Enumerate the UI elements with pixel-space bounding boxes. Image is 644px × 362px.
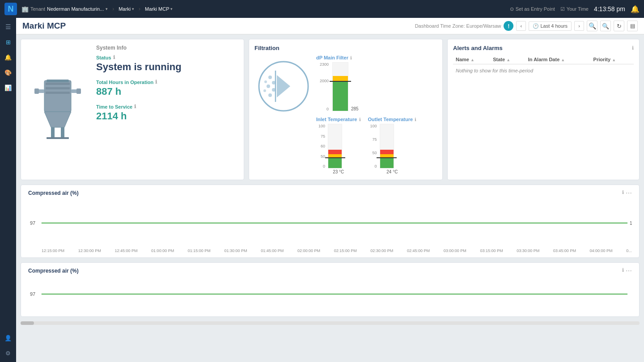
nav-right-section: ⊙ Set as Entry Point ☑ Your Time 4:13:58… bbox=[510, 5, 640, 13]
svg-rect-2 bbox=[46, 83, 70, 85]
sidebar-icon-alerts[interactable]: 🔔 bbox=[2, 51, 14, 63]
sidebar: ☰ ⊞ 🔔 🎨 📊 👤 ⚙ bbox=[0, 18, 16, 362]
info-circle-btn[interactable]: ! bbox=[504, 21, 513, 31]
outlet-bar-marker bbox=[377, 157, 397, 158]
service-label: Time to Service ℹ bbox=[96, 104, 238, 109]
col-alarm-date[interactable]: In Alarm Date ▲ bbox=[525, 55, 591, 64]
sidebar-icon-dashboard[interactable]: ⊞ bbox=[2, 36, 14, 48]
svg-rect-1 bbox=[47, 80, 69, 82]
svg-point-18 bbox=[267, 84, 270, 88]
compressed-y-value-2: 97 bbox=[30, 291, 35, 297]
page-title: Marki MCP bbox=[22, 21, 66, 31]
dp-bar-marker bbox=[330, 81, 351, 82]
sort-state-icon: ▲ bbox=[506, 58, 510, 62]
entry-point-btn[interactable]: ⊙ Set as Entry Point bbox=[510, 6, 555, 12]
zoom-out-btn[interactable]: 🔍 bbox=[600, 21, 611, 31]
col-priority[interactable]: Priority ▲ bbox=[591, 55, 634, 64]
filtration-svg-icon bbox=[257, 59, 310, 113]
zoom-in-btn[interactable]: 🔍 bbox=[587, 21, 597, 31]
your-time-label: Your Time bbox=[567, 6, 589, 12]
sort-priority-icon: ▲ bbox=[612, 58, 616, 62]
svg-point-16 bbox=[268, 76, 272, 79]
hours-info-icon[interactable]: ℹ bbox=[155, 79, 157, 85]
nav-marki-mcp-label: Marki MCP bbox=[145, 6, 169, 12]
main-content: Marki MCP Dashboard Time Zone: Europe/Wa… bbox=[16, 18, 644, 362]
status-info-icon[interactable]: ℹ bbox=[113, 55, 115, 60]
refresh-btn[interactable]: ↻ bbox=[614, 21, 624, 31]
sidebar-icon-menu[interactable]: ☰ bbox=[2, 21, 14, 33]
your-time-check: ☑ bbox=[560, 6, 565, 12]
layout: ☰ ⊞ 🔔 🎨 📊 👤 ⚙ Marki MCP Dashboard Time Z… bbox=[0, 18, 644, 362]
system-info-card: System Info Status ℹ System is running T… bbox=[21, 39, 244, 180]
compressed-menu-icon-2[interactable]: ⋯ bbox=[626, 267, 632, 274]
time-range-btn[interactable]: 🕐 Last 4 hours bbox=[529, 21, 572, 31]
sort-name-icon: ▲ bbox=[470, 58, 475, 62]
nav-bell-icon[interactable]: 🔔 bbox=[631, 5, 640, 13]
hours-value: 887 h bbox=[96, 86, 238, 97]
compressed-info-icon-1[interactable]: ℹ bbox=[622, 189, 624, 197]
inlet-bar-container bbox=[328, 124, 342, 168]
col-name[interactable]: Name ▲ bbox=[453, 55, 490, 64]
compressed-info-icon-2[interactable]: ℹ bbox=[622, 267, 624, 274]
compressed-chart-svg-1: 1 bbox=[28, 198, 632, 248]
nav-marki-label: Marki bbox=[119, 6, 131, 12]
filtration-content: dP Main Filter ℹ 2300 2000 0 bbox=[254, 55, 437, 174]
service-info-icon[interactable]: ℹ bbox=[134, 104, 136, 109]
your-time-section[interactable]: ☑ Your Time bbox=[560, 6, 589, 12]
svg-rect-0 bbox=[44, 80, 71, 112]
alerts-table: Name ▲ State ▲ In Alarm Date ▲ Priority … bbox=[453, 55, 634, 77]
dp-info-icon[interactable]: ℹ bbox=[350, 55, 352, 60]
nav-sep-1: › bbox=[112, 6, 114, 12]
compressed-menu-icon-1[interactable]: ⋯ bbox=[626, 189, 632, 197]
top-nav-bar: N 🏢 Tenant Nederman Manufacturin... ▾ › … bbox=[0, 0, 644, 18]
dashboard: System Info Status ℹ System is running T… bbox=[16, 34, 644, 321]
svg-rect-3 bbox=[46, 87, 70, 89]
panel-btn[interactable]: ▤ bbox=[627, 21, 638, 31]
svg-rect-11 bbox=[34, 88, 39, 94]
sidebar-icon-palette[interactable]: 🎨 bbox=[2, 66, 14, 79]
compressed-x-labels-1: 12:15:00 PM 12:30:00 PM 12:45:00 PM 01:0… bbox=[28, 248, 632, 253]
svg-rect-13 bbox=[76, 88, 81, 94]
entry-point-label: Set as Entry Point bbox=[516, 6, 555, 12]
svg-rect-6 bbox=[51, 127, 55, 139]
inlet-y-labels: 100 75 60 50 0 bbox=[316, 124, 326, 168]
outlet-y-labels: 100 75 50 0 bbox=[368, 124, 378, 168]
inlet-bar-red bbox=[328, 150, 342, 154]
outlet-info-icon[interactable]: ℹ bbox=[415, 117, 416, 122]
svg-marker-15 bbox=[277, 75, 290, 97]
nav-marki[interactable]: Marki ▾ bbox=[119, 6, 134, 12]
inlet-info-icon[interactable]: ℹ bbox=[359, 117, 361, 122]
nav-marki-mcp-chevron: ▾ bbox=[170, 7, 173, 11]
nav-sep-2: › bbox=[139, 6, 140, 12]
svg-rect-4 bbox=[46, 92, 70, 94]
tenant-chevron: ▾ bbox=[106, 7, 108, 11]
row-1: System Info Status ℹ System is running T… bbox=[21, 39, 640, 180]
svg-point-22 bbox=[263, 89, 266, 92]
section-title-sysinfo: System Info bbox=[96, 45, 127, 51]
filtration-icon-area bbox=[254, 55, 313, 113]
next-btn[interactable]: › bbox=[574, 21, 584, 31]
system-image-area bbox=[26, 45, 89, 174]
alerts-card: Alerts and Alarms ℹ Name ▲ State ▲ bbox=[447, 39, 640, 180]
sidebar-icon-analytics[interactable]: 📊 bbox=[2, 81, 14, 94]
sort-date-icon: ▲ bbox=[561, 58, 565, 62]
svg-point-21 bbox=[264, 80, 267, 83]
svg-rect-9 bbox=[56, 137, 69, 139]
svg-text:1: 1 bbox=[630, 221, 632, 226]
tenant-name: Nederman Manufacturin... bbox=[47, 6, 104, 12]
horizontal-scrollbar[interactable] bbox=[21, 321, 640, 325]
page-controls: Dashboard Time Zone: Europe/Warsaw ! ‹ 🕐… bbox=[415, 21, 638, 31]
col-state[interactable]: State ▲ bbox=[490, 55, 525, 64]
inlet-temp-section: Inlet Temperature ℹ 100 75 60 50 bbox=[316, 117, 361, 174]
system-status-text: System is running bbox=[96, 61, 238, 73]
inlet-temp-title: Inlet Temperature bbox=[316, 117, 357, 122]
tenant-section[interactable]: 🏢 Tenant Nederman Manufacturin... ▾ bbox=[21, 6, 108, 13]
alerts-info-icon[interactable]: ℹ bbox=[632, 45, 634, 51]
sidebar-icon-settings[interactable]: ⚙ bbox=[2, 347, 14, 359]
dp-main-filter-section: dP Main Filter ℹ 2300 2000 0 bbox=[316, 55, 437, 111]
nav-marki-mcp[interactable]: Marki MCP ▾ bbox=[145, 6, 173, 12]
page-header: Marki MCP Dashboard Time Zone: Europe/Wa… bbox=[16, 18, 644, 34]
svg-point-20 bbox=[268, 93, 272, 97]
sidebar-icon-user[interactable]: 👤 bbox=[2, 332, 14, 344]
prev-btn[interactable]: ‹ bbox=[516, 21, 526, 31]
